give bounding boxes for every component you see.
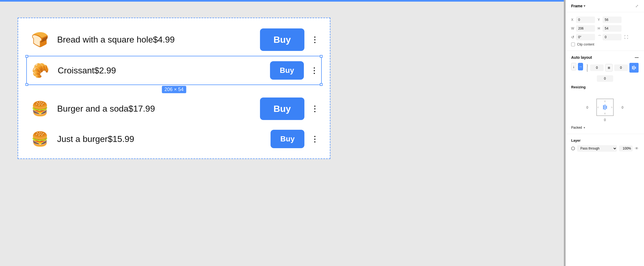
chevron-right: > [611, 106, 613, 109]
maximize-icon[interactable]: ⤢ [635, 4, 639, 8]
h-input[interactable] [603, 25, 622, 32]
wh-row: W H [571, 25, 639, 32]
chevron-bottom: ∨ [604, 112, 606, 115]
packed-label: Packed [571, 126, 582, 129]
frame-collapse-icon[interactable]: ▾ [584, 4, 585, 8]
buy-button-burger-soda[interactable]: Buy [260, 98, 304, 120]
handle-tr [320, 55, 323, 58]
frame-title: Frame ▾ [571, 4, 585, 8]
just-burger-icon: 🍔 [29, 131, 51, 147]
resizing-box: ∧ < > ∨ [596, 99, 614, 116]
burger-soda-name-price: Burger and a soda$17.99 [57, 104, 253, 114]
buy-button-just-burger[interactable]: Buy [271, 130, 304, 148]
layout-right-btn[interactable]: → [578, 63, 583, 70]
packed-chevron[interactable]: ▾ [584, 126, 585, 129]
y-input[interactable] [603, 17, 622, 23]
pass-through-select[interactable]: Pass through [577, 145, 617, 152]
canvas-top-border [0, 0, 565, 2]
svg-rect-1 [633, 66, 634, 70]
y-label: Y [598, 18, 601, 22]
w-input[interactable] [576, 25, 595, 32]
more-icon-croissant[interactable]: ⋮ [310, 66, 318, 75]
croissant-icon: 🥐 [30, 62, 51, 79]
bread-name-price: Bread with a square hole$4.99 [57, 35, 253, 45]
x-label: X [571, 18, 575, 22]
packed-row: Packed ▾ [571, 126, 639, 129]
w-group: W [571, 25, 595, 32]
right-panel: Frame ▾ ⤢ X Y W H [565, 0, 644, 266]
h-label: H [598, 27, 601, 30]
rotation-input[interactable] [576, 34, 595, 40]
menu-item-row: 🍞 Bread with a square hole$4.99 Buy ⋮ [26, 24, 322, 56]
svg-rect-5 [606, 106, 607, 109]
size-label: 206 × 54 [162, 86, 186, 93]
buy-button-croissant[interactable]: Buy [270, 61, 304, 80]
resizing-top-value: 0 [604, 118, 606, 122]
h-group: H [598, 25, 622, 32]
corner-group: ⌒ [598, 34, 622, 40]
just-burger-name-price: Just a burger$15.99 [57, 134, 264, 144]
vertical-divider [564, 0, 565, 266]
menu-item-row: 🍔 Just a burger$15.99 Buy ⋮ [26, 125, 322, 153]
clip-content-checkbox[interactable] [571, 43, 575, 46]
chevron-top: ∧ [604, 100, 606, 103]
x-input[interactable] [576, 17, 595, 23]
frame-title-row: Frame ▾ ⤢ [566, 0, 644, 12]
menu-item-row-selected[interactable]: 🥐 Croissant$2.99 Buy ⋮ 206 × 54 [26, 56, 322, 85]
more-icon-bread[interactable]: ⋮ [311, 35, 319, 44]
svg-rect-4 [604, 105, 605, 110]
bars-icon [602, 104, 608, 110]
resizing-grid: 0 ∧ < > ∨ 0 [581, 91, 629, 124]
auto-layout-section: Auto layout — ↓ → ][ ⊞ [566, 51, 644, 134]
rotation-icon: ↺ [571, 35, 575, 39]
rotation-corner-row: ↺ ⌒ ⛶ [571, 34, 639, 40]
layout-wrap-btn[interactable]: ⊞ [605, 64, 613, 72]
xy-row: X Y [571, 17, 639, 23]
resize-icon: ⛶ [624, 35, 628, 39]
layer-title: Layer [571, 138, 639, 142]
corner-icon: ⌒ [598, 35, 601, 40]
w-label: W [571, 27, 575, 30]
buy-button-bread[interactable]: Buy [260, 28, 304, 51]
clip-content-label: Clip content [577, 43, 594, 46]
auto-layout-minus[interactable]: — [635, 55, 639, 60]
more-icon-just-burger[interactable]: ⋮ [311, 135, 319, 144]
v-spacing-input[interactable] [614, 64, 628, 71]
canvas-area: 🍞 Bread with a square hole$4.99 Buy ⋮ 🥐 … [0, 0, 565, 266]
layout-align-btn[interactable] [629, 63, 639, 73]
layer-section: Layer Pass through 👁 [566, 134, 644, 156]
opacity-input[interactable] [619, 145, 633, 151]
more-icon-burger-soda[interactable]: ⋮ [311, 104, 319, 113]
x-group: X [571, 17, 595, 23]
chevron-left: < [597, 106, 599, 109]
layer-circle-icon [571, 147, 575, 150]
menu-item-row: 🍔 Burger and a soda$17.99 Buy ⋮ [26, 93, 322, 125]
resizing-right-value: 0 [622, 106, 623, 109]
corner-input[interactable] [603, 34, 622, 40]
eye-icon[interactable]: 👁 [635, 146, 639, 151]
svg-rect-0 [632, 66, 633, 69]
bread-icon: 🍞 [29, 31, 51, 48]
handle-br [320, 83, 323, 86]
svg-rect-3 [603, 105, 604, 109]
svg-rect-2 [635, 67, 636, 69]
croissant-name-price: Croissant$2.99 [58, 66, 264, 76]
coordinates-section: X Y W H ↺ ⌒ [566, 12, 644, 51]
main-frame: 🍞 Bread with a square hole$4.99 Buy ⋮ 🥐 … [18, 18, 330, 159]
y-group: Y [598, 17, 622, 23]
center-spacing-input[interactable] [597, 75, 613, 82]
handle-tl [25, 55, 28, 58]
layout-direction-controls: ↓ → ][ ⊞ [571, 63, 639, 73]
h-spacing-input[interactable] [590, 64, 604, 71]
layout-down-btn[interactable]: ↓ [571, 63, 576, 70]
menu-items-container: 🍞 Bread with a square hole$4.99 Buy ⋮ 🥐 … [18, 18, 330, 158]
burger-soda-icon: 🍔 [29, 100, 51, 117]
auto-layout-title: Auto layout — [571, 55, 639, 60]
resizing-title: Resizing [571, 85, 586, 89]
clip-content-row: Clip content [571, 43, 639, 46]
layer-row: Pass through 👁 [571, 145, 639, 152]
handle-bl [25, 83, 28, 86]
rotation-group: ↺ [571, 34, 595, 40]
resize-icon-group: ⛶ [624, 34, 628, 40]
resizing-left-value: 0 [586, 106, 588, 109]
